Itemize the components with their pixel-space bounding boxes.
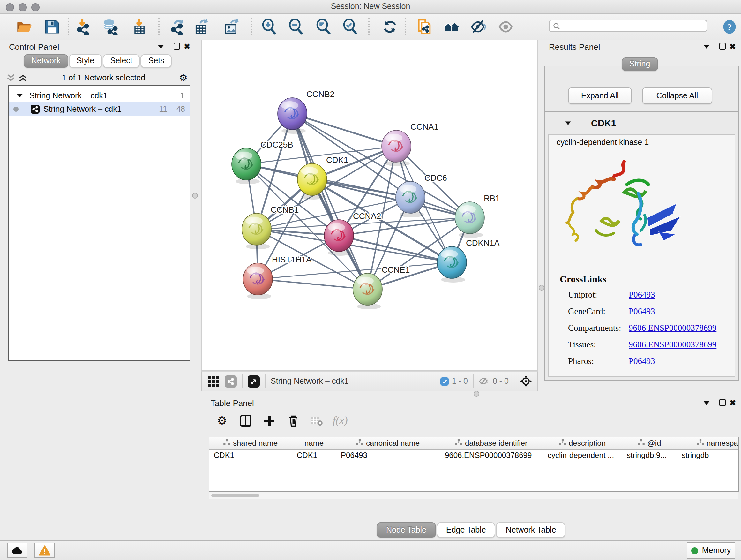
table-settings-gear-icon[interactable]: ⚙ [213,413,231,429]
column-header-database-identifier[interactable]: database identifier [441,437,543,449]
network-share-view-icon[interactable] [225,375,237,387]
results-panel-close-icon[interactable]: ✖ [730,44,736,50]
crosslink-link[interactable]: P06493 [629,307,655,317]
network-node-RB1[interactable]: RB1 [455,193,500,238]
grid-view-icon[interactable] [207,375,219,387]
toolbar-separator [251,18,252,35]
show-all-button[interactable] [496,17,516,37]
save-session-button[interactable] [42,17,61,37]
import-table-button[interactable] [130,17,149,37]
table-hscrollbar[interactable] [209,492,738,499]
table-cell[interactable]: cyclin-dependent ... [543,449,622,461]
search-input[interactable] [560,21,706,30]
column-header-shared-name[interactable]: shared name [209,437,292,449]
table-cell[interactable]: CDK1 [209,449,292,461]
import-network-from-database-button[interactable] [101,17,120,37]
table-panel-close-icon[interactable]: ✖ [730,400,736,406]
first-neighbors-button[interactable] [442,17,461,37]
tab-sets[interactable]: Sets [141,54,172,68]
tab-network-table[interactable]: Network Table [496,522,566,538]
help-button[interactable]: ? [720,17,739,37]
network-node-CDKN1A[interactable]: CDKN1A [437,238,500,283]
selected-checkbox-icon[interactable] [441,377,449,385]
control-panel-title: Control Panel [9,42,59,52]
column-header-description[interactable]: description [543,437,622,449]
table-cell[interactable]: stringdb [677,449,739,461]
network-collection-row[interactable]: String Network – cdk1 1 [9,89,190,102]
table-cell[interactable]: stringdb:9... [622,449,677,461]
delete-column-icon[interactable] [284,413,302,429]
import-network-button[interactable] [73,17,92,37]
network-edge-CCNA2-CDKN1A[interactable] [339,236,452,262]
zoom-fit-button[interactable] [314,17,333,37]
tab-style[interactable]: Style [69,54,102,68]
table-row[interactable]: CDK1CDK1P064939606.ENSP00000378699cyclin… [209,449,738,461]
warnings-button[interactable] [35,543,55,558]
network-options-gear-icon[interactable]: ⚙ [179,72,188,84]
entry-gene-name: CDK1 [591,118,616,128]
memory-button[interactable]: Memory [687,542,735,559]
table-panel-collapse-icon[interactable] [703,401,710,405]
collection-expander-icon[interactable] [17,94,25,98]
toolbar-search[interactable] [549,20,707,32]
birdseye-target-icon[interactable] [520,375,532,388]
expand-all-button[interactable]: Expand All [568,87,632,104]
open-session-button[interactable] [15,17,34,37]
node-label-HIST1H1A: HIST1H1A [272,255,312,264]
tab-string[interactable]: String [622,57,658,71]
collapse-all-button[interactable]: Collapse All [642,87,712,104]
right-splitter-handle[interactable] [539,285,544,291]
refresh-button[interactable] [381,17,400,37]
table-cell[interactable]: P06493 [336,449,441,461]
network-canvas[interactable]: CCNB2CCNA1CDC25BCDK1CDC6RB1CCNB1CCNA2CDK… [201,40,538,371]
control-panel-collapse-icon[interactable] [158,45,164,49]
horizontal-splitter-handle[interactable] [474,391,479,396]
column-header--id[interactable]: @id [622,437,677,449]
zoom-out-button[interactable] [286,17,306,37]
expand-all-icon[interactable] [18,73,28,82]
network-node-CCNE1[interactable]: CCNE1 [353,265,410,309]
delete-table-icon[interactable] [308,413,326,429]
network-edge-count: 48 [176,105,185,113]
export-network-button[interactable] [168,17,187,37]
function-builder-icon[interactable]: f(x) [331,413,349,429]
column-header-canonical-name[interactable]: canonical name [336,437,441,449]
zoom-selected-button[interactable] [341,17,360,37]
network-edge-CCNB2-CCNA1[interactable] [292,114,396,146]
column-header-namespace[interactable]: namespace [677,437,739,449]
clone-network-button[interactable] [415,17,434,37]
cloud-button[interactable] [7,543,27,558]
add-column-icon[interactable] [260,413,278,429]
left-splitter-handle[interactable] [192,193,198,199]
hscrollbar-thumb[interactable] [211,494,259,497]
crosslink-link[interactable]: 9606.ENSP00000378699 [629,340,717,350]
tab-edge-table[interactable]: Edge Table [436,522,495,538]
table-panel-float-icon[interactable] [719,399,726,406]
export-table-button[interactable] [192,17,211,37]
tab-node-table[interactable]: Node Table [377,522,436,538]
results-panel-float-icon[interactable] [719,43,726,50]
collapse-all-icon[interactable] [6,73,16,82]
show-columns-icon[interactable] [237,413,255,429]
zoom-in-button[interactable] [260,17,279,37]
column-header-name[interactable]: name [292,437,336,449]
table-cell[interactable]: CDK1 [292,449,336,461]
network-edge-CDK1-RB1[interactable] [312,179,470,218]
tab-network[interactable]: Network [23,54,68,68]
result-entry-header[interactable]: CDK1 [545,112,738,134]
crosslink-link[interactable]: P06493 [629,356,655,367]
network-row[interactable]: String Network – cdk1 11 48 [9,102,190,116]
control-panel-float-icon[interactable] [174,43,180,50]
table-cell[interactable]: 9606.ENSP00000378699 [441,449,543,461]
hide-selected-button[interactable] [469,17,488,37]
detach-view-icon[interactable] [248,375,260,387]
network-node-CCNB2[interactable]: CCNB2 [278,89,334,134]
entry-expander-icon[interactable] [565,121,571,125]
tab-select[interactable]: Select [103,54,140,68]
export-image-button[interactable] [221,17,241,37]
crosslink-link[interactable]: P06493 [629,290,655,300]
crosslink-link[interactable]: 9606.ENSP00000378699 [629,323,717,333]
network-name: String Network – cdk1 [44,105,122,113]
control-panel-close-icon[interactable]: ✖ [184,44,190,50]
results-panel-collapse-icon[interactable] [703,45,710,49]
